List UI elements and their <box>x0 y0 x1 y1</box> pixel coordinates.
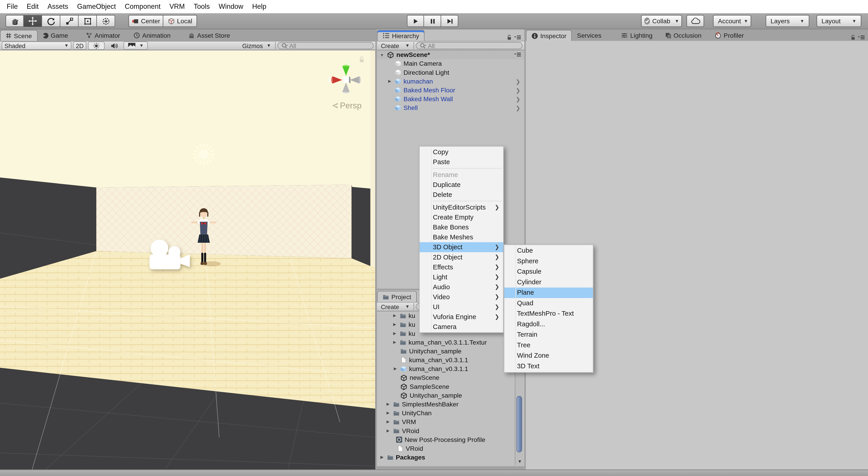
menu-item-bake-meshes[interactable]: Bake Meshes <box>420 232 503 242</box>
rect-tool-button[interactable] <box>79 15 97 27</box>
tab-scene[interactable]: Scene <box>0 30 37 41</box>
rotate-tool-button[interactable] <box>42 15 60 27</box>
project-folder-simplestmeshbaker[interactable]: ▶SimplestMeshBaker <box>377 400 524 409</box>
tab-animator[interactable]: Animator <box>81 30 125 41</box>
project-prefab-kuma-chan[interactable]: ▶kuma_chan_v0.3.1.1 <box>377 365 524 373</box>
tab-lighting[interactable]: Lighting <box>616 30 657 41</box>
menu-gameobject[interactable]: GameObject <box>72 0 120 13</box>
panel-menu-icon[interactable] <box>514 35 522 40</box>
layers-dropdown[interactable]: Layers▼ <box>766 15 809 27</box>
menu-item-paste[interactable]: Paste <box>420 157 503 167</box>
hierarchy-item-baked-mesh-wall[interactable]: Baked Mesh Wall❯ <box>377 95 524 103</box>
submenu-item-textmeshpro-text[interactable]: TextMeshPro - Text <box>504 309 593 319</box>
tab-project[interactable]: Project <box>377 291 417 302</box>
menu-item-video[interactable]: Video❯ <box>420 292 503 302</box>
project-scrollbar-thumb[interactable] <box>517 396 522 452</box>
transform-tool-button[interactable] <box>97 15 115 27</box>
menu-window[interactable]: Window <box>214 0 248 13</box>
scene-header-row[interactable]: ▼ newScene* <box>377 50 524 59</box>
menu-item-bake-bones[interactable]: Bake Bones <box>420 222 503 232</box>
scene-viewport[interactable]: y x Persp <box>0 50 375 470</box>
project-folder-kuma-textures[interactable]: ▶kuma_chan_v0.3.1.1.Textur <box>377 338 524 347</box>
menu-help[interactable]: Help <box>248 0 271 13</box>
pivot-center-button[interactable]: Center <box>128 15 163 27</box>
gizmos-dropdown[interactable]: Gizmos▼ <box>240 42 273 49</box>
hierarchy-item-baked-mesh-floor[interactable]: Baked Mesh Floor❯ <box>377 86 524 95</box>
project-file-kuma-chan[interactable]: kuma_chan_v0.3.1.1 <box>377 355 524 365</box>
move-tool-button[interactable] <box>24 15 42 27</box>
shading-dropdown[interactable]: Shaded▼ <box>2 41 71 50</box>
submenu-item-ragdoll[interactable]: Ragdoll... <box>504 319 593 330</box>
hierarchy-create-dropdown[interactable]: Create▼ <box>379 42 412 49</box>
submenu-item-cube[interactable]: Cube <box>504 245 593 256</box>
scale-tool-button[interactable] <box>60 15 79 27</box>
menu-item-ui[interactable]: UI❯ <box>420 302 503 312</box>
submenu-item-terrain[interactable]: Terrain <box>504 330 593 340</box>
submenu-item-cylinder[interactable]: Cylinder <box>504 277 593 288</box>
menu-item-camera[interactable]: Camera <box>420 322 503 332</box>
account-dropdown[interactable]: Account▼ <box>713 15 751 27</box>
project-folder-packages[interactable]: ▶Packages <box>377 453 524 462</box>
project-folder-unitychan[interactable]: ▶UnityChan <box>377 409 524 417</box>
cloud-button[interactable] <box>686 15 704 27</box>
panel-menu-icon[interactable] <box>858 35 865 40</box>
submenu-item-plane[interactable]: Plane <box>504 287 593 298</box>
scrollbar-down-arrow[interactable]: ▼ <box>518 459 522 464</box>
menu-assets[interactable]: Assets <box>43 0 72 13</box>
submenu-item-capsule[interactable]: Capsule <box>504 267 593 277</box>
hierarchy-item-main-camera[interactable]: Main Camera <box>377 59 524 68</box>
submenu-item-quad[interactable]: Quad <box>504 298 593 309</box>
hierarchy-item-shell[interactable]: Shell❯ <box>377 103 524 112</box>
menu-item-copy[interactable]: Copy <box>420 147 503 157</box>
project-asset-post-processing-profile[interactable]: New Post-Processing Profile <box>377 435 524 444</box>
scene-lighting-toggle[interactable] <box>88 41 105 50</box>
project-create-dropdown[interactable]: Create▼ <box>379 303 412 310</box>
menu-item-audio[interactable]: Audio❯ <box>420 282 503 292</box>
menu-item-unityeditorscripts[interactable]: UnityEditorScripts❯ <box>420 202 503 212</box>
scene-row-menu-icon[interactable] <box>514 52 522 57</box>
project-folder-vrm[interactable]: ▶VRM <box>377 417 524 426</box>
lock-icon[interactable] <box>850 34 856 41</box>
menu-item-effects[interactable]: Effects❯ <box>420 262 503 272</box>
step-button[interactable] <box>441 15 458 27</box>
menu-tools[interactable]: Tools <box>189 0 214 13</box>
play-button[interactable] <box>407 15 424 27</box>
tab-inspector[interactable]: Inspector <box>526 30 572 41</box>
menu-file[interactable]: File <box>2 0 22 13</box>
menu-component[interactable]: Component <box>120 0 165 13</box>
lock-icon[interactable] <box>506 34 512 41</box>
project-file-vroid[interactable]: VRoid <box>377 444 524 453</box>
menu-item-delete[interactable]: Delete <box>420 190 503 200</box>
layout-dropdown[interactable]: Layout▼ <box>816 15 861 27</box>
submenu-item-tree[interactable]: Tree <box>504 340 593 351</box>
tab-game[interactable]: Game <box>37 30 73 41</box>
menu-item-duplicate[interactable]: Duplicate <box>420 180 503 190</box>
pause-button[interactable] <box>424 15 441 27</box>
scene-search-input[interactable]: All <box>277 42 374 49</box>
2d-toggle[interactable]: 2D <box>73 41 86 50</box>
effects-dropdown[interactable]: ▼ <box>123 41 148 50</box>
hierarchy-item-directional-light[interactable]: Directional Light <box>377 68 524 77</box>
menu-item-3d-object[interactable]: 3D Object❯ <box>420 242 503 252</box>
submenu-item-wind-zone[interactable]: Wind Zone <box>504 351 593 361</box>
menu-item-create-empty[interactable]: Create Empty <box>420 212 503 222</box>
project-scene-newscene[interactable]: newScene <box>377 373 524 382</box>
tab-profiler[interactable]: Profiler <box>710 30 749 41</box>
tab-occlusion[interactable]: Occlusion <box>659 30 706 41</box>
tab-hierarchy[interactable]: Hierarchy <box>377 30 425 41</box>
project-folder-vroid[interactable]: ▶VRoid <box>377 426 524 435</box>
project-scene-unitychan-sample[interactable]: Unitychan_sample <box>377 391 524 400</box>
submenu-item-sphere[interactable]: Sphere <box>504 256 593 267</box>
project-folder-unitychan-sample[interactable]: Unitychan_sample <box>377 347 524 355</box>
tab-services[interactable]: Services <box>572 30 607 41</box>
submenu-item-3d-text[interactable]: 3D Text <box>504 361 593 372</box>
orientation-local-button[interactable]: Local <box>163 15 197 27</box>
collab-dropdown[interactable]: Collab▼ <box>641 15 682 27</box>
tab-animation[interactable]: Animation <box>128 30 176 41</box>
tab-asset-store[interactable]: Asset Store <box>183 30 235 41</box>
menu-vrm[interactable]: VRM <box>165 0 189 13</box>
hierarchy-item-kumachan[interactable]: ▶ kumachan❯ <box>377 77 524 86</box>
hand-tool-button[interactable] <box>5 15 24 27</box>
menu-item-light[interactable]: Light❯ <box>420 272 503 282</box>
menu-item-2d-object[interactable]: 2D Object❯ <box>420 252 503 262</box>
